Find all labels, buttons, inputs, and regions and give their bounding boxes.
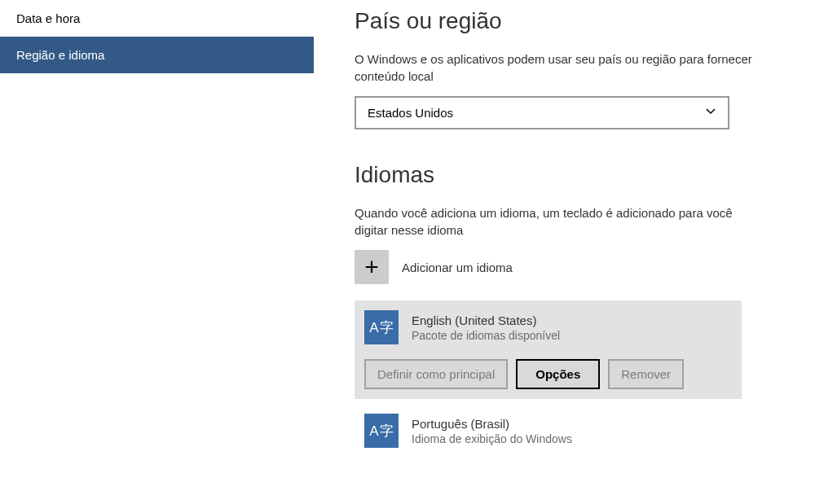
- language-name: English (United States): [412, 313, 560, 327]
- language-subtitle: Pacote de idiomas disponível: [412, 329, 560, 342]
- chevron-down-icon: [705, 106, 716, 120]
- region-section-title: País ou região: [355, 8, 782, 34]
- plus-icon: +: [355, 250, 389, 284]
- language-info: English (United States) Pacote de idioma…: [412, 313, 560, 342]
- remove-button[interactable]: Remover: [608, 359, 684, 389]
- language-icon: A字: [364, 414, 399, 448]
- language-header: A字 Português (Brasil) Idioma de exibição…: [364, 414, 732, 448]
- sidebar-item-date-time[interactable]: Data e hora: [0, 0, 314, 37]
- language-icon: A字: [364, 310, 399, 344]
- add-language-label: Adicionar um idioma: [402, 261, 513, 274]
- language-card-portuguese[interactable]: A字 Português (Brasil) Idioma de exibição…: [355, 404, 742, 458]
- region-dropdown[interactable]: Estados Unidos: [355, 96, 729, 129]
- languages-section-description: Quando você adiciona um idioma, um tecla…: [355, 204, 762, 239]
- sidebar: Data e hora Região e idioma: [0, 0, 314, 504]
- sidebar-item-label: Data e hora: [16, 11, 80, 25]
- language-header: A字 English (United States) Pacote de idi…: [364, 310, 732, 344]
- language-name: Português (Brasil): [412, 417, 572, 431]
- set-default-button[interactable]: Definir como principal: [364, 359, 508, 389]
- language-subtitle: Idioma de exibição do Windows: [412, 432, 572, 445]
- languages-section-title: Idiomas: [355, 162, 782, 188]
- region-section-description: O Windows e os aplicativos podem usar se…: [355, 50, 762, 85]
- options-button[interactable]: Opções: [516, 359, 600, 389]
- sidebar-item-region-language[interactable]: Região e idioma: [0, 37, 314, 73]
- add-language-button[interactable]: + Adicionar um idioma: [355, 250, 782, 284]
- language-actions: Definir como principal Opções Remover: [364, 359, 732, 389]
- language-card-english[interactable]: A字 English (United States) Pacote de idi…: [355, 300, 742, 399]
- main-content: País ou região O Windows e os aplicativo…: [314, 0, 815, 504]
- language-info: Português (Brasil) Idioma de exibição do…: [412, 417, 572, 445]
- region-dropdown-value: Estados Unidos: [368, 106, 453, 120]
- sidebar-item-label: Região e idioma: [16, 48, 104, 62]
